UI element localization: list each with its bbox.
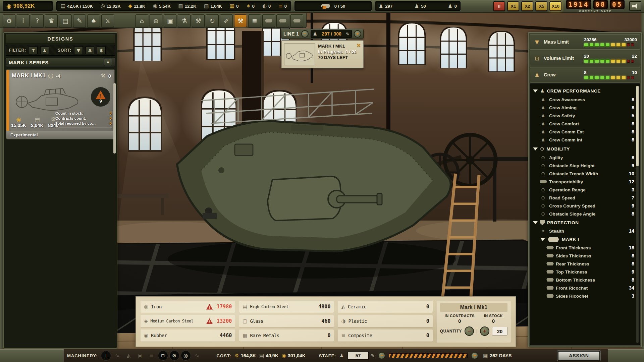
staff-increase-button[interactable]: + [471,352,478,359]
section-crew-performance[interactable]: ♟ CREW PERFORMANCE [532,86,635,96]
help-button[interactable]: ? [31,14,44,27]
cancel-production-button[interactable]: ✕ [357,43,361,48]
collapse-series-button[interactable]: ▼ [104,59,112,66]
wreath-icon [48,73,53,78]
resource-pipes: ◎12,02K [101,4,121,9]
info-button[interactable]: i [17,14,30,27]
fabric-roll-icon: ◐ [262,4,267,9]
press-icon[interactable]: ⊓ [158,351,168,360]
sort-cost-button[interactable]: $ [97,46,106,54]
settings-button[interactable]: ⚙ [3,14,15,27]
volume-limit-row: ⊡ Volume Limit 2022 [530,51,640,66]
tank-testing-button[interactable] [290,14,303,27]
file-icon[interactable]: ≡ [147,351,156,360]
workshop-button[interactable]: ⚒ [192,14,205,27]
war-button[interactable]: ⚔ [101,14,114,27]
tank-armor-button[interactable] [276,14,289,27]
speed-x1-button[interactable]: X1 [507,1,519,11]
assembly-button[interactable]: ⚒ [234,14,247,27]
achievements-button[interactable]: ♛ [45,14,58,27]
stats-scrollbar-track[interactable] [636,86,639,343]
line-production-card[interactable]: MARK I MK1 In Progress 0 / 20 70 DAYS LE… [281,40,364,68]
production-line-panel: LINE 1 − ♟ 297 / 300 ✎ + MARK I [281,29,364,68]
planer-icon[interactable]: ▣ [136,351,145,360]
rear-thickness-icon [546,261,553,266]
filter-name-button[interactable]: T [29,46,38,54]
order-counts: IN CONTRACTS 0 IN STOCK 0 [440,314,507,324]
crew-comm-int-icon: ♟ [540,137,546,142]
staff-allocation-slider[interactable] [389,353,468,358]
production-order-box: Mark I Mk1 IN CONTRACTS 0 IN STOCK 0 QUA… [437,301,511,343]
press-shop-button[interactable]: ≣ [248,14,261,27]
resource-explosives: ✶0 [246,4,255,9]
quantity-decrease-button[interactable]: − [465,326,474,336]
sort-weight-button[interactable]: ▼ [74,46,83,54]
contracts-button[interactable]: ▣ [164,14,176,27]
grinder-icon[interactable]: ◭ [124,351,133,360]
stat-row-bottom-thickness: Bottom Thickness8 [532,276,635,284]
sort-alpha-button[interactable]: A [86,46,94,54]
disc-cutter-icon[interactable]: ◎ [181,351,191,360]
speed-x10-button[interactable]: X10 [549,1,561,11]
materials-column-3: ◭ Ceramic 0 ◑ Plastic 0 ≡ Composite 0 [338,301,432,343]
mark-i-tank-icon [548,237,559,242]
series-header-mark-i[interactable]: MARK I SERIES ▼ [6,58,115,67]
settings-icon: ⚙ [6,17,12,24]
front-ricochet-icon [546,285,553,291]
subsection-mark-i[interactable]: MARK I [532,235,635,244]
speed-x5-button[interactable]: X5 [535,1,547,11]
quantity-slider[interactable] [477,329,477,334]
war-icon: ⚔ [105,17,110,24]
tank-armor-icon [279,19,286,22]
stat-row-road-speed: ⊙Road Speed7 [532,194,635,202]
composite-icon: ≡ [278,4,283,9]
reports-button[interactable]: ✎ [73,14,86,27]
factory-button[interactable]: ⌂ [136,14,148,27]
filter-type-button[interactable]: ♟ [40,46,49,54]
cost-money: ◉301,04K [282,353,306,358]
text-filter-icon: T [32,48,35,53]
section-mobility[interactable]: ⊙ MOBILITY [532,144,635,154]
assign-button[interactable]: ASSIGN [557,351,600,361]
add-worker-button[interactable]: + [354,30,361,38]
edit-workers-icon[interactable]: ✎ [346,32,350,37]
design-card-mark-i-mk1[interactable]: MARK I MK1 -4 ⚒ 0 [6,69,115,139]
game-screen: ◉ 908,92K ▤42,6K / 150K ◎12,02K ◆11,8K ◉… [0,0,644,362]
edit-staff-icon[interactable]: ✎ [371,353,375,358]
stat-row-crew-safety: ♟Crew Safety5 [532,112,635,120]
design-bureau-button[interactable]: ✐ [220,14,233,27]
lathe-icon[interactable]: ⊗ [170,351,179,360]
material-row-composite: ≡ Composite 0 [338,329,432,342]
world-map-button[interactable]: ⊕ [150,14,162,27]
pause-button[interactable]: II [493,1,505,11]
cost-label: COST: [217,353,231,358]
saw-icon[interactable]: ∿ [113,351,122,360]
designs-scrollbar-thumb[interactable] [113,83,116,154]
system-tools-group: ⚙ i ? ♛ ▤ ✎ ♠ ⚔ [3,14,114,26]
briefcase-icon: ▣ [167,17,173,24]
drill-press-icon[interactable]: ⊥ [101,351,111,360]
resource-plates: ▧1,04K [204,4,222,9]
news-button[interactable]: ▤ [59,14,72,27]
mobility-wheel-icon: ⊙ [540,146,544,152]
research-button[interactable]: ⚗ [178,14,191,27]
remove-worker-button[interactable]: − [301,30,309,38]
resource-beams: ▥12,2K [178,4,197,9]
maintenance-button[interactable]: ↻ [206,14,219,27]
staff-decrease-button[interactable]: − [378,352,385,359]
tank-production-button[interactable] [262,14,275,27]
quantity-increase-button[interactable]: + [480,326,489,336]
stat-row-crew-awareness: ♟Crew Awareness8 [532,96,635,104]
stats-scrollbar-thumb[interactable] [636,86,639,166]
stat-row-rear-thickness: Rear Thickness8 [532,260,635,268]
welder-icon[interactable]: ∿ [193,351,202,360]
bottom-left-frame [0,349,64,362]
section-protection[interactable]: PROTECTION [532,218,635,227]
line-item-progress: In Progress 0 / 20 [318,49,362,54]
announcements-button[interactable] [629,1,641,11]
intelligence-button[interactable]: ♠ [87,14,100,27]
money-value: 908,92K [13,3,35,9]
design-icon: ✐ [224,17,229,24]
speed-x2-button[interactable]: X2 [521,1,533,11]
staff-count-input[interactable] [347,352,369,360]
